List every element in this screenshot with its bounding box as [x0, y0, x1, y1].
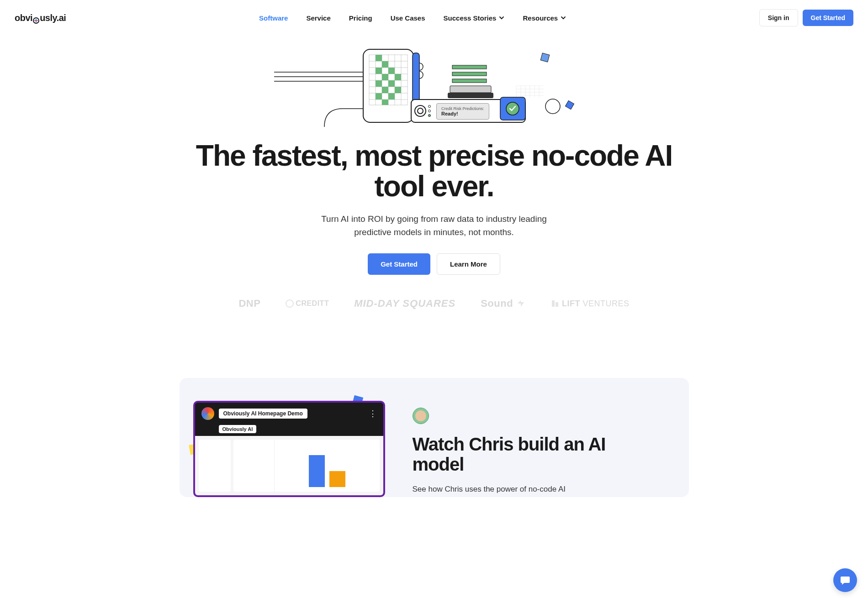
- svg-rect-23: [395, 74, 401, 80]
- demo-section: Obviously AI Homepage Demo ⋮ Obviously A…: [180, 378, 689, 497]
- svg-rect-41: [452, 79, 487, 83]
- hero-subtitle: Turn AI into ROI by going from raw data …: [306, 213, 562, 239]
- get-started-button[interactable]: Get Started: [803, 10, 853, 26]
- presenter-avatar: [413, 408, 429, 424]
- demo-app-main: [233, 440, 380, 492]
- hero-illustration: Credit Risk Predictions: Ready!: [192, 45, 676, 127]
- client-logo-dnp: DNP: [238, 298, 260, 309]
- svg-rect-30: [382, 100, 388, 105]
- svg-point-47: [545, 99, 560, 114]
- demo-content: Watch Chris build an AI model See how Ch…: [413, 401, 657, 495]
- client-logo-sound: Sound: [481, 298, 526, 309]
- hero-learn-more-button[interactable]: Learn More: [437, 253, 500, 275]
- svg-rect-39: [452, 65, 487, 69]
- video-menu-icon[interactable]: ⋮: [369, 409, 377, 419]
- svg-rect-25: [388, 80, 395, 87]
- badge-value: Ready!: [441, 111, 484, 116]
- svg-rect-24: [376, 80, 382, 87]
- svg-rect-28: [376, 93, 382, 100]
- video-player-title: Obviously AI Homepage Demo: [219, 409, 307, 419]
- nav-item-label: Resources: [523, 14, 558, 22]
- svg-rect-46: [565, 100, 574, 109]
- badge-label: Credit Risk Predictions:: [441, 106, 484, 111]
- hero-section: Credit Risk Predictions: Ready! The fast…: [183, 36, 685, 337]
- hero-get-started-button[interactable]: Get Started: [368, 253, 430, 275]
- nav-pricing[interactable]: Pricing: [349, 14, 372, 22]
- svg-point-59: [286, 300, 293, 307]
- svg-rect-40: [452, 72, 487, 76]
- video-player-subtitle: Obviously AI: [219, 425, 257, 433]
- svg-rect-45: [540, 53, 550, 62]
- demo-video-player[interactable]: Obviously AI Homepage Demo ⋮ Obviously A…: [193, 401, 385, 497]
- video-player-header: Obviously AI Homepage Demo ⋮: [195, 403, 383, 425]
- client-logos: DNP CREDITT MID-DAY SQUARES Sound LIFT V…: [192, 298, 676, 309]
- nav-use-cases[interactable]: Use Cases: [391, 14, 425, 22]
- signin-button[interactable]: Sign in: [759, 9, 798, 26]
- svg-rect-29: [388, 93, 395, 100]
- svg-rect-18: [376, 55, 382, 61]
- client-logo-creditt: CREDITT: [286, 299, 329, 308]
- nav-service[interactable]: Service: [306, 14, 330, 22]
- demo-bar: [309, 455, 325, 487]
- nav-item-label: Software: [259, 14, 288, 22]
- nav-item-label: Pricing: [349, 14, 372, 22]
- demo-chart: [275, 440, 380, 492]
- svg-rect-42: [450, 86, 491, 93]
- video-player-body: [195, 436, 383, 495]
- svg-rect-21: [388, 68, 395, 74]
- header-actions: Sign in Get Started: [759, 9, 853, 26]
- logo-text-post: usly.ai: [40, 13, 66, 23]
- demo-app-sidebar: [199, 440, 231, 492]
- hero-actions: Get Started Learn More: [192, 253, 676, 275]
- logo[interactable]: obvi usly.ai: [15, 13, 66, 23]
- video-player-avatar: [201, 407, 214, 420]
- nav-software[interactable]: Software: [259, 14, 288, 22]
- demo-bar: [329, 471, 345, 487]
- demo-video-container: Obviously AI Homepage Demo ⋮ Obviously A…: [193, 401, 385, 497]
- svg-point-37: [429, 115, 431, 117]
- svg-rect-20: [376, 68, 382, 74]
- nav-item-label: Success Stories: [444, 14, 497, 22]
- illustration-status-badge: Credit Risk Predictions: Ready!: [436, 103, 489, 120]
- nav-success-stories[interactable]: Success Stories: [444, 14, 505, 22]
- svg-rect-60: [552, 300, 555, 307]
- nav-item-label: Service: [306, 14, 330, 22]
- svg-rect-38: [448, 93, 493, 98]
- logo-text-pre: obvi: [15, 13, 32, 23]
- client-logo-midday: MID-DAY SQUARES: [354, 298, 455, 309]
- demo-heading: Watch Chris build an AI model: [413, 434, 657, 474]
- svg-rect-19: [382, 61, 388, 68]
- nav-item-label: Use Cases: [391, 14, 425, 22]
- chevron-down-icon: [561, 15, 566, 21]
- main-nav: Software Service Pricing Use Cases Succe…: [259, 14, 566, 22]
- client-logo-lift: LIFT VENTURES: [551, 299, 630, 309]
- demo-text: See how Chris uses the power of no-code …: [413, 483, 657, 495]
- logo-icon: [33, 16, 39, 22]
- site-header: obvi usly.ai Software Service Pricing Us…: [0, 0, 868, 36]
- svg-rect-26: [382, 87, 388, 93]
- hero-title: The fastest, most precise no-code AI too…: [192, 141, 676, 202]
- svg-rect-27: [395, 87, 401, 93]
- svg-rect-22: [382, 74, 388, 80]
- svg-rect-61: [556, 302, 558, 307]
- chevron-down-icon: [499, 15, 504, 21]
- nav-resources[interactable]: Resources: [523, 14, 566, 22]
